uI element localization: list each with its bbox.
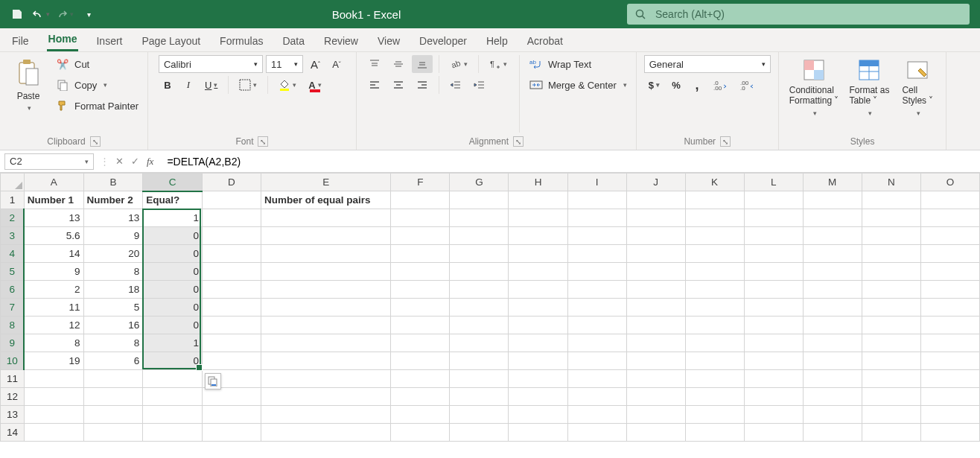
cell-F2[interactable] [391, 209, 450, 227]
cell-A13[interactable] [24, 406, 83, 424]
cell-A11[interactable] [24, 370, 83, 388]
row-header-10[interactable]: 10 [1, 352, 25, 370]
cell-E1[interactable]: Number of equal pairs [261, 191, 390, 209]
tab-developer[interactable]: Developer [418, 31, 468, 51]
enter-formula-button[interactable]: ✓ [131, 156, 139, 168]
cell-C14[interactable] [143, 424, 203, 442]
cell-L14[interactable] [744, 424, 803, 442]
decrease-decimal-button[interactable]: .00.0 [736, 76, 760, 94]
cell-E10[interactable] [261, 352, 390, 370]
cell-G10[interactable] [450, 352, 509, 370]
tab-insert[interactable]: Insert [95, 31, 124, 51]
cell-I10[interactable] [567, 352, 626, 370]
cell-A1[interactable]: Number 1 [24, 191, 83, 209]
cell-F9[interactable] [391, 334, 450, 352]
cell-N5[interactable] [862, 263, 920, 281]
col-header-E[interactable]: E [261, 174, 390, 191]
cell-O11[interactable] [920, 370, 979, 388]
cell-L8[interactable] [744, 317, 803, 334]
align-middle-button[interactable] [388, 55, 409, 73]
cell-A2[interactable]: 13 [24, 209, 83, 227]
cell-N2[interactable] [862, 209, 920, 227]
cell-N8[interactable] [862, 317, 920, 334]
cell-A10[interactable]: 19 [24, 352, 83, 370]
cell-H14[interactable] [509, 424, 567, 442]
col-header-N[interactable]: N [862, 174, 920, 191]
select-all-corner[interactable] [1, 174, 25, 191]
paste-button[interactable]: Paste [7, 55, 49, 115]
col-header-K[interactable]: K [685, 174, 744, 191]
cell-N14[interactable] [862, 424, 920, 442]
copy-button[interactable]: Copy [54, 76, 140, 94]
bold-button[interactable]: B [159, 76, 176, 94]
cell-I4[interactable] [567, 245, 626, 263]
cell-L3[interactable] [744, 227, 803, 245]
italic-button[interactable]: I [179, 76, 197, 94]
cell-E7[interactable] [261, 299, 390, 317]
cell-G2[interactable] [450, 209, 509, 227]
tab-acrobat[interactable]: Acrobat [526, 31, 564, 51]
cell-C4[interactable]: 0 [143, 245, 203, 263]
cell-F10[interactable] [391, 352, 450, 370]
insert-function-button[interactable]: fx [147, 156, 153, 168]
cell-B4[interactable]: 20 [83, 245, 143, 263]
cell-E4[interactable] [261, 245, 390, 263]
col-header-H[interactable]: H [509, 174, 567, 191]
number-launcher[interactable]: ⤡ [720, 136, 731, 147]
cell-H13[interactable] [509, 406, 567, 424]
align-top-button[interactable] [364, 55, 385, 73]
row-header-7[interactable]: 7 [1, 299, 25, 317]
tab-home[interactable]: Home [47, 28, 79, 51]
cell-O3[interactable] [920, 227, 979, 245]
customize-qat[interactable]: ▾ [79, 4, 98, 24]
comma-format-button[interactable]: , [688, 76, 706, 94]
increase-indent-button[interactable] [469, 76, 490, 94]
cancel-formula-button[interactable]: ✕ [115, 156, 124, 168]
cell-G9[interactable] [450, 334, 509, 352]
cell-H2[interactable] [509, 209, 567, 227]
search-box[interactable] [627, 4, 970, 25]
cell-M7[interactable] [803, 299, 862, 317]
cell-K2[interactable] [685, 209, 744, 227]
cell-M11[interactable] [803, 370, 862, 388]
align-center-button[interactable] [388, 76, 409, 94]
row-header-1[interactable]: 1 [1, 191, 25, 209]
cell-E11[interactable] [261, 370, 390, 388]
cell-E2[interactable] [261, 209, 390, 227]
cell-C11[interactable] [143, 370, 203, 388]
merge-center-button[interactable]: Merge & Center [527, 76, 629, 94]
cell-L9[interactable] [744, 334, 803, 352]
cell-H7[interactable] [509, 299, 567, 317]
cell-C9[interactable]: 1 [143, 334, 203, 352]
cell-E9[interactable] [261, 334, 390, 352]
decrease-font-button[interactable]: Aˇ [328, 55, 346, 73]
cell-H11[interactable] [509, 370, 567, 388]
cell-O14[interactable] [920, 424, 979, 442]
wrap-text-button[interactable]: abWrap Text [527, 55, 629, 73]
cell-J6[interactable] [626, 281, 685, 299]
cell-D8[interactable] [202, 317, 261, 334]
cell-M8[interactable] [803, 317, 862, 334]
cell-F12[interactable] [391, 388, 450, 406]
cell-C5[interactable]: 0 [143, 263, 203, 281]
cell-K11[interactable] [685, 370, 744, 388]
cell-F11[interactable] [391, 370, 450, 388]
col-header-L[interactable]: L [744, 174, 803, 191]
tab-formulas[interactable]: Formulas [218, 31, 264, 51]
cell-M13[interactable] [803, 406, 862, 424]
row-header-13[interactable]: 13 [1, 406, 25, 424]
cell-M10[interactable] [803, 352, 862, 370]
cell-N7[interactable] [862, 299, 920, 317]
cell-O5[interactable] [920, 263, 979, 281]
cell-J5[interactable] [626, 263, 685, 281]
undo-button[interactable] [31, 4, 51, 24]
autofill-options-button[interactable] [205, 373, 221, 389]
cell-N6[interactable] [862, 281, 920, 299]
cell-J11[interactable] [626, 370, 685, 388]
cell-J9[interactable] [626, 334, 685, 352]
tab-file[interactable]: File [10, 31, 31, 51]
formula-input[interactable] [159, 156, 980, 168]
cell-C7[interactable]: 0 [143, 299, 203, 317]
col-header-A[interactable]: A [24, 174, 83, 191]
col-header-I[interactable]: I [567, 174, 626, 191]
